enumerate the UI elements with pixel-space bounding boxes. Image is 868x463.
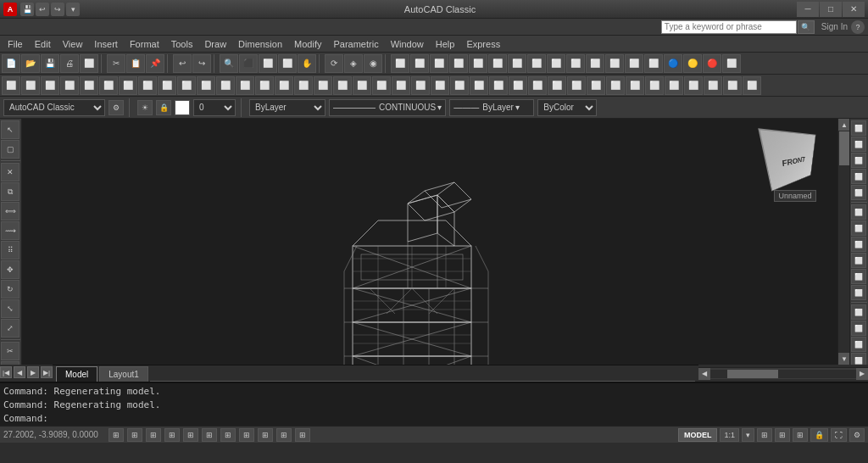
new-btn[interactable]: 📄 [2,54,20,73]
linetype-display[interactable]: ————— CONTINUOUS ▾ [329,99,446,116]
lt-erase-btn[interactable]: ✕ [1,163,19,181]
draw-t6[interactable]: ⬜ [99,76,118,95]
vertical-scrollbar[interactable]: ▲ ▼ [837,119,849,365]
rt-btn14[interactable]: ⬜ [851,337,866,352]
open-btn[interactable]: 📂 [21,54,40,73]
tool11[interactable]: ⬜ [586,54,604,73]
draw-t11[interactable]: ⬜ [197,76,215,95]
help-button[interactable]: ? [851,20,865,34]
anno-visibility-btn[interactable]: ⊞ [775,428,790,442]
anno-update-btn[interactable]: ⊞ [793,428,808,442]
render-btn[interactable]: ◉ [364,54,382,73]
plot-btn[interactable]: 🖨 [60,54,79,73]
draw-t14[interactable]: ⬜ [255,76,274,95]
lt-rotate-btn[interactable]: ↻ [1,280,19,298]
copy-btn[interactable]: 📋 [126,54,145,73]
dyn-btn[interactable]: ⊞ [239,428,254,442]
menu-format[interactable]: Format [124,37,165,51]
sc-btn[interactable]: ⊞ [295,428,310,442]
undo-btn[interactable]: ↩ [173,54,192,73]
menu-express[interactable]: Express [460,37,506,51]
draw-t8[interactable]: ⬜ [138,76,157,95]
rt-btn3[interactable]: ⬜ [851,153,866,168]
qp-btn[interactable]: ⊞ [276,428,292,442]
lineweight-display[interactable]: ——— ByLayer ▾ [449,99,534,116]
draw-t18[interactable]: ⬜ [333,76,352,95]
draw-t17[interactable]: ⬜ [314,76,332,95]
rt-btn5[interactable]: ⬜ [851,185,866,200]
snap-btn[interactable]: ⊞ [108,428,124,442]
draw-t38[interactable]: ⬜ [723,76,742,95]
tab-nav-last[interactable]: ▶| [41,366,53,378]
lt-array-btn[interactable]: ⠿ [1,241,19,259]
draw-t15[interactable]: ⬜ [275,76,293,95]
restore-button[interactable]: □ [820,2,842,17]
menu-modify[interactable]: Modify [288,37,327,51]
rt-btn7[interactable]: ⬜ [851,220,866,236]
menu-dimension[interactable]: Dimension [232,37,288,51]
menu-tools[interactable]: Tools [165,37,199,51]
tab-layout1[interactable]: Layout1 [99,366,148,382]
paste-btn[interactable]: 📌 [146,54,164,73]
save-btn[interactable]: 💾 [41,54,59,73]
tool4[interactable]: ⬜ [449,54,468,73]
rt-btn10[interactable]: ⬜ [851,269,866,284]
zoom-prev-btn[interactable]: ⬜ [259,54,277,73]
viewcube[interactable]: FRONT Unnamed [761,127,829,195]
draw-t19[interactable]: ⬜ [353,76,371,95]
toolbar-lock-btn[interactable]: 🔒 [810,428,828,442]
grid-btn[interactable]: ⊞ [127,428,142,442]
search-button[interactable]: 🔍 [798,20,815,34]
lt-extend-btn[interactable]: ⊢ [1,361,19,365]
qa-save-btn[interactable]: 💾 [20,3,34,16]
plotstyle-select[interactable]: ByColor [537,99,597,116]
tool18[interactable]: ⬜ [722,54,741,73]
horizontal-scrollbar[interactable]: ◀ ▶ [698,367,868,379]
hscroll-left-btn[interactable]: ◀ [698,368,710,380]
lt-scale-btn[interactable]: ⤡ [1,299,19,318]
hscroll-right-btn[interactable]: ▶ [856,368,868,380]
draw-t39[interactable]: ⬜ [743,76,761,95]
draw-t28[interactable]: ⬜ [528,76,547,95]
lt-mirror-btn[interactable]: ⟺ [1,202,19,220]
tool8[interactable]: ⬜ [527,54,546,73]
vscroll-down-btn[interactable]: ▼ [838,353,850,365]
qa-redo-btn[interactable]: ↪ [51,3,64,16]
3dorbit-btn[interactable]: ⟳ [325,54,343,73]
draw-t22[interactable]: ⬜ [411,76,430,95]
close-button[interactable]: ✕ [843,2,865,17]
draw-t35[interactable]: ⬜ [665,76,683,95]
viewport-scale-btn[interactable]: ▾ [742,428,754,442]
draw-t12[interactable]: ⬜ [216,76,235,95]
tab-nav-next[interactable]: ▶ [27,366,39,378]
menu-parametric[interactable]: Parametric [327,37,384,51]
anno-scale-btn[interactable]: ⊞ [757,428,772,442]
viewcube-face[interactable]: FRONT [758,128,815,191]
lt-pick-btn[interactable]: ↖ [1,120,19,139]
menu-file[interactable]: File [2,37,29,51]
tool15[interactable]: 🔵 [664,54,682,73]
draw-t3[interactable]: ⬜ [41,76,59,95]
tool2[interactable]: ⬜ [410,54,429,73]
draw-t4[interactable]: ⬜ [60,76,79,95]
workspace-select[interactable]: AutoCAD Classic [3,99,105,116]
menu-edit[interactable]: Edit [29,37,57,51]
hscroll-track[interactable] [710,370,856,378]
tool3[interactable]: ⬜ [430,54,448,73]
zoom-extents-btn[interactable]: ⬜ [278,54,297,73]
plot-preview-btn[interactable]: ⬜ [80,54,98,73]
draw-t16[interactable]: ⬜ [294,76,313,95]
pan-btn[interactable]: ✋ [298,54,316,73]
menu-window[interactable]: Window [385,37,430,51]
draw-t27[interactable]: ⬜ [509,76,527,95]
rt-btn8[interactable]: ⬜ [851,237,866,252]
rt-btn1[interactable]: ⬜ [851,120,866,136]
tool14[interactable]: ⬜ [644,54,663,73]
vscroll-track[interactable] [838,131,849,353]
tool17[interactable]: 🔴 [703,54,721,73]
color-select[interactable]: ByLayer [249,99,326,116]
draw-t26[interactable]: ⬜ [489,76,508,95]
draw-t20[interactable]: ⬜ [372,76,391,95]
tool16[interactable]: 🟡 [683,54,702,73]
layer-lock-btn[interactable]: 🔒 [156,100,171,115]
